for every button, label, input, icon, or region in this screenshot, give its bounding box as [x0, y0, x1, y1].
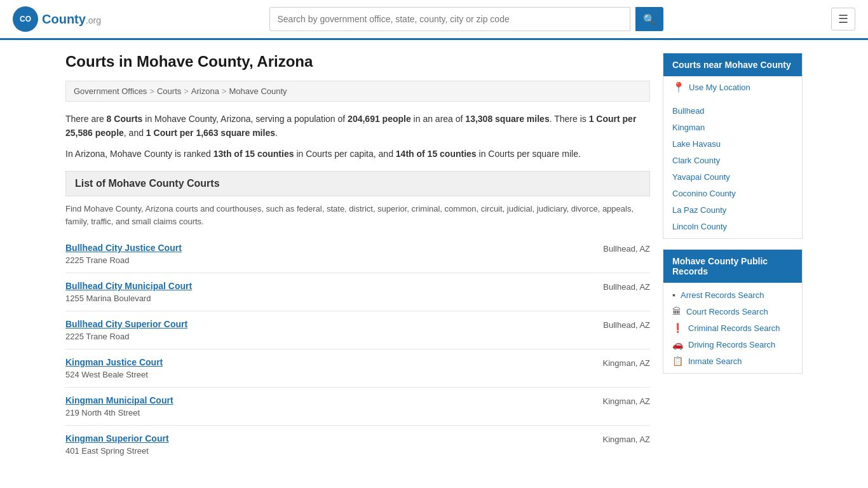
public-record-link[interactable]: Arrest Records Search — [681, 290, 764, 300]
court-location: Bullhead, AZ — [590, 281, 650, 292]
page-title: Courts in Mohave County, Arizona — [65, 53, 650, 71]
nearby-link[interactable]: La Paz County — [672, 205, 726, 215]
logo-icon: CO — [13, 6, 38, 32]
nearby-link-item[interactable]: Clark County — [663, 152, 802, 168]
court-item: Kingman Superior Court 401 East Spring S… — [65, 425, 650, 463]
nearby-link[interactable]: Coconino County — [672, 189, 736, 198]
court-address: 524 West Beale Street — [65, 370, 148, 379]
nearby-link[interactable]: Bullhead — [672, 106, 705, 116]
search-bar: 🔍 — [269, 7, 663, 31]
nearby-link-item[interactable]: Yavapai County — [663, 168, 802, 185]
public-record-link[interactable]: Court Records Search — [686, 307, 768, 316]
court-address: 1255 Marina Boulevard — [65, 294, 151, 303]
court-info: Bullhead City Justice Court 2225 Trane R… — [65, 243, 182, 265]
court-name-link[interactable]: Bullhead City Justice Court — [65, 243, 182, 253]
court-name-link[interactable]: Kingman Municipal Court — [65, 395, 173, 405]
breadcrumb-arizona[interactable]: Arizona — [191, 86, 219, 96]
court-item: Bullhead City Justice Court 2225 Trane R… — [65, 235, 650, 273]
list-section-desc: Find Mohave County, Arizona courts and c… — [65, 203, 650, 227]
nearby-link[interactable]: Clark County — [672, 156, 720, 165]
public-record-item[interactable]: 🏛Court Records Search — [663, 303, 802, 320]
logo-name: County.org — [42, 12, 101, 26]
court-address: 2225 Trane Road — [65, 332, 129, 341]
nearby-link-item[interactable]: Kingman — [663, 119, 802, 135]
search-button[interactable]: 🔍 — [635, 7, 663, 31]
nearby-link-item[interactable]: Lake Havasu — [663, 135, 802, 152]
logo[interactable]: CO County.org — [13, 6, 101, 32]
site-header: CO County.org 🔍 ☰ — [0, 0, 868, 40]
court-address: 401 East Spring Street — [65, 446, 149, 456]
court-item: Bullhead City Municipal Court 1255 Marin… — [65, 273, 650, 311]
nearby-links-list: BullheadKingmanLake HavasuClark CountyYa… — [663, 98, 802, 238]
use-my-location-item[interactable]: 📍 Use My Location — [663, 76, 802, 98]
court-name-link[interactable]: Bullhead City Municipal Court — [65, 281, 192, 291]
court-location: Bullhead, AZ — [590, 243, 650, 254]
svg-text:CO: CO — [20, 15, 31, 24]
record-icon: 📋 — [672, 356, 683, 366]
breadcrumb: Government Offices > Courts > Arizona > … — [65, 81, 650, 102]
description-para2: In Arizona, Mohave County is ranked 13th… — [65, 147, 650, 161]
court-address: 219 North 4th Street — [65, 408, 140, 417]
public-record-link[interactable]: Driving Records Search — [688, 340, 775, 349]
court-info: Kingman Municipal Court 219 North 4th St… — [65, 395, 173, 417]
use-my-location-link[interactable]: Use My Location — [689, 83, 750, 92]
nearby-link[interactable]: Yavapai County — [672, 172, 730, 182]
breadcrumb-sep-1: > — [149, 86, 154, 96]
court-info: Kingman Justice Court 524 West Beale Str… — [65, 357, 163, 379]
breadcrumb-mohave-county[interactable]: Mohave County — [229, 86, 287, 96]
public-record-item[interactable]: 🚗Driving Records Search — [663, 336, 802, 353]
public-records-box: Mohave County Public Records ▪Arrest Rec… — [663, 249, 803, 374]
breadcrumb-government-offices[interactable]: Government Offices — [74, 86, 147, 96]
nearby-link[interactable]: Lincoln County — [672, 222, 727, 231]
content-area: Courts in Mohave County, Arizona Governm… — [65, 53, 650, 463]
nearby-link-item[interactable]: Lincoln County — [663, 218, 802, 234]
public-record-item[interactable]: ▪Arrest Records Search — [663, 287, 802, 303]
record-icon: 🚗 — [672, 339, 683, 349]
public-records-list: ▪Arrest Records Search🏛Court Records Sea… — [663, 283, 802, 373]
court-item: Kingman Municipal Court 219 North 4th St… — [65, 387, 650, 425]
nearby-link-item[interactable]: Coconino County — [663, 185, 802, 201]
description-para1: There are 8 Courts in Mohave County, Ari… — [65, 112, 650, 140]
court-name-link[interactable]: Kingman Justice Court — [65, 357, 163, 367]
court-location: Kingman, AZ — [590, 433, 650, 444]
court-address: 2225 Trane Road — [65, 255, 129, 265]
breadcrumb-sep-3: > — [222, 86, 227, 96]
main-container: Courts in Mohave County, Arizona Governm… — [53, 40, 815, 476]
list-section-header: List of Mohave County Courts — [65, 171, 650, 196]
courts-list: Bullhead City Justice Court 2225 Trane R… — [65, 235, 650, 463]
search-input[interactable] — [269, 7, 630, 31]
sidebar: Courts near Mohave County 📍 Use My Locat… — [663, 53, 803, 463]
court-item: Kingman Justice Court 524 West Beale Str… — [65, 349, 650, 387]
public-record-item[interactable]: ❗Criminal Records Search — [663, 320, 802, 336]
court-name-link[interactable]: Kingman Superior Court — [65, 433, 169, 444]
nearby-link-item[interactable]: La Paz County — [663, 201, 802, 218]
court-info: Kingman Superior Court 401 East Spring S… — [65, 433, 169, 456]
court-info: Bullhead City Superior Court 2225 Trane … — [65, 319, 187, 341]
nearby-courts-box: Courts near Mohave County 📍 Use My Locat… — [663, 53, 803, 239]
court-item: Bullhead City Superior Court 2225 Trane … — [65, 311, 650, 349]
public-records-title: Mohave County Public Records — [663, 250, 802, 283]
location-pin-icon: 📍 — [672, 81, 685, 93]
breadcrumb-sep-2: > — [184, 86, 189, 96]
breadcrumb-courts[interactable]: Courts — [157, 86, 181, 96]
court-location: Kingman, AZ — [590, 357, 650, 368]
nearby-courts-title: Courts near Mohave County — [663, 53, 802, 76]
court-location: Kingman, AZ — [590, 395, 650, 406]
nearby-link[interactable]: Kingman — [672, 123, 705, 132]
hamburger-menu-button[interactable]: ☰ — [831, 8, 855, 30]
court-location: Bullhead, AZ — [590, 319, 650, 330]
nearby-link-item[interactable]: Bullhead — [663, 102, 802, 119]
court-info: Bullhead City Municipal Court 1255 Marin… — [65, 281, 192, 303]
public-record-link[interactable]: Criminal Records Search — [688, 323, 780, 333]
court-name-link[interactable]: Bullhead City Superior Court — [65, 319, 187, 329]
record-icon: ❗ — [672, 323, 683, 333]
public-record-item[interactable]: 📋Inmate Search — [663, 353, 802, 369]
nearby-link[interactable]: Lake Havasu — [672, 139, 721, 149]
record-icon: 🏛 — [672, 306, 681, 316]
public-record-link[interactable]: Inmate Search — [688, 356, 742, 366]
record-icon: ▪ — [672, 290, 675, 300]
